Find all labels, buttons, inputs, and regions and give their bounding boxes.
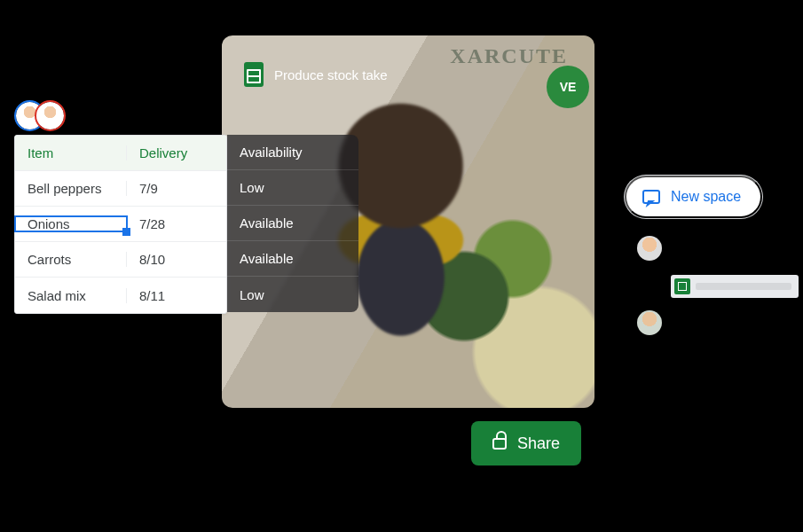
availability-column: Availability Low Available Available Low — [227, 135, 358, 312]
doc-header: Produce stock take — [244, 62, 388, 87]
avatar[interactable] — [36, 102, 64, 129]
avatar — [637, 310, 662, 335]
cell-availability: Available — [227, 241, 358, 277]
table-row[interactable]: Salad mix 8/11 — [15, 278, 226, 313]
text-placeholder — [671, 310, 801, 318]
col-header-availability: Availability — [227, 135, 358, 170]
spreadsheet[interactable]: Item Delivery Bell peppers 7/9 Onions 7/… — [14, 135, 227, 314]
chat-thread — [637, 236, 801, 349]
cell-item[interactable]: Bell peppers — [15, 181, 127, 196]
text-placeholder — [671, 236, 801, 244]
text-placeholder — [696, 283, 791, 290]
new-space-button[interactable]: New space — [625, 176, 762, 218]
doc-title: Produce stock take — [274, 67, 388, 82]
cell-availability: Low — [227, 277, 358, 312]
collaborator-avatars — [16, 102, 57, 129]
text-placeholder — [671, 324, 749, 332]
cell-availability: Low — [227, 170, 358, 206]
new-space-label: New space — [671, 189, 741, 205]
share-button-label: Share — [517, 434, 560, 453]
cell-delivery[interactable]: 7/9 — [127, 181, 226, 196]
text-placeholder — [671, 249, 749, 257]
photo-badge: VE — [547, 66, 589, 108]
cell-item[interactable]: Onions — [15, 216, 127, 231]
table-row[interactable]: Onions 7/28 — [15, 207, 226, 242]
col-header-delivery[interactable]: Delivery — [127, 145, 226, 160]
chat-bubble-icon — [642, 190, 660, 204]
cell-delivery[interactable]: 8/11 — [127, 288, 226, 303]
sheets-icon — [244, 62, 264, 87]
chat-attachment[interactable] — [671, 275, 799, 298]
photo-sign-text: XARCUTE — [450, 44, 568, 68]
chat-message — [637, 310, 801, 337]
cell-delivery[interactable]: 8/10 — [127, 252, 226, 267]
table-header-row: Item Delivery — [15, 136, 226, 171]
avatar — [637, 236, 662, 261]
cell-availability: Available — [227, 206, 358, 241]
cell-delivery[interactable]: 7/28 — [127, 216, 226, 231]
col-header-item[interactable]: Item — [15, 145, 127, 160]
cell-item[interactable]: Carrots — [15, 252, 127, 267]
table-row[interactable]: Carrots 8/10 — [15, 242, 226, 278]
table-row[interactable]: Bell peppers 7/9 — [15, 171, 226, 207]
sheets-icon — [674, 278, 690, 294]
lock-icon — [492, 438, 507, 450]
share-button[interactable]: Share — [471, 421, 581, 466]
chat-message — [637, 236, 801, 262]
cell-item[interactable]: Salad mix — [15, 288, 127, 303]
